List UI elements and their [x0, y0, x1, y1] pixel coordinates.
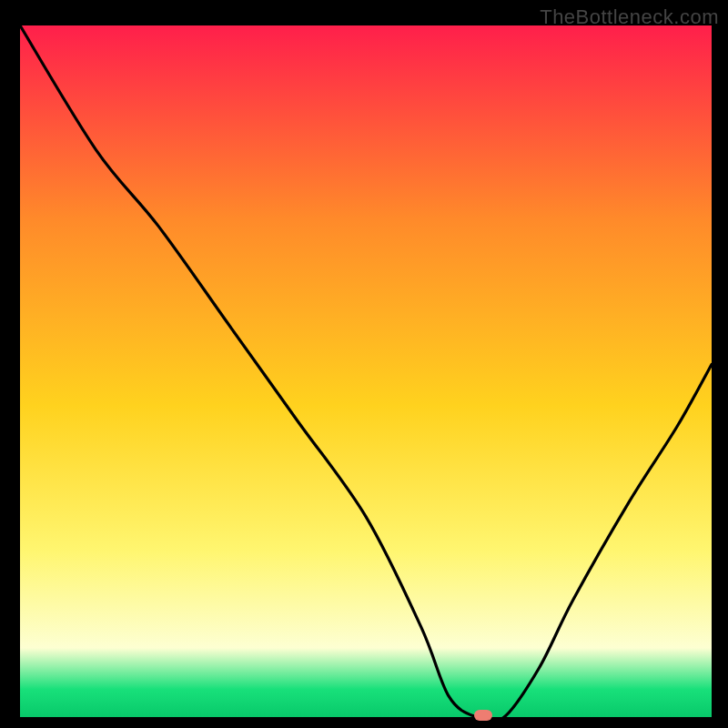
gradient-background [20, 25, 712, 717]
optimum-marker [474, 710, 492, 721]
chart-stage: TheBottleneck.com [0, 0, 728, 728]
bottleneck-plot [20, 25, 712, 717]
watermark-label: TheBottleneck.com [540, 5, 719, 29]
